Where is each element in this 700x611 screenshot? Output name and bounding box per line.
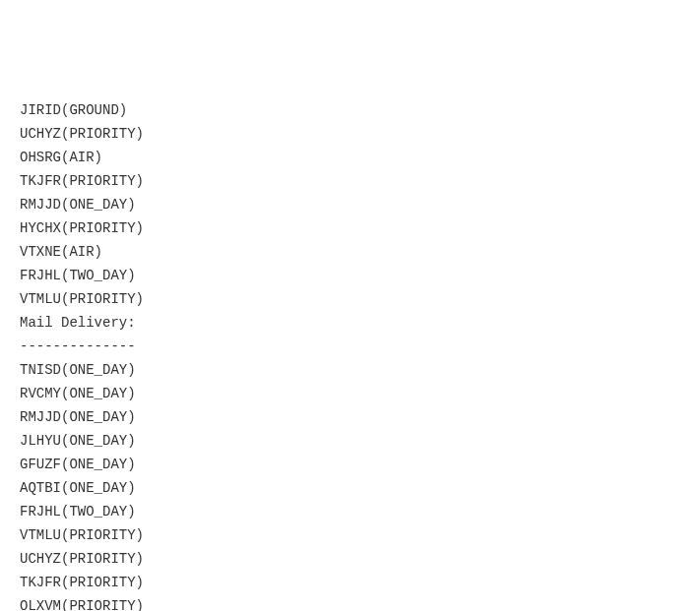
output-line: UCHYZ(PRIORITY) bbox=[20, 547, 700, 571]
output-line: FRJHL(TWO_DAY) bbox=[20, 264, 700, 287]
output-line: OLXVM(PRIORITY) bbox=[20, 594, 700, 611]
output-line: HYCHX(PRIORITY) bbox=[20, 216, 700, 240]
output-line: FRJHL(TWO_DAY) bbox=[20, 500, 700, 523]
output-line: VTMLU(PRIORITY) bbox=[20, 287, 700, 311]
output-line: VTXNE(AIR) bbox=[20, 240, 700, 264]
output-line: JLHYU(ONE_DAY) bbox=[20, 429, 700, 453]
output-line: RMJJD(ONE_DAY) bbox=[20, 405, 700, 429]
output-line: RVCMY(ONE_DAY) bbox=[20, 382, 700, 405]
section-header: Mail Delivery: bbox=[20, 311, 700, 335]
output-line: TKJFR(PRIORITY) bbox=[20, 571, 700, 594]
output-line: AQTBI(ONE_DAY) bbox=[20, 476, 700, 500]
output-line: JIRID(GROUND) bbox=[20, 98, 700, 122]
output-line: TKJFR(PRIORITY) bbox=[20, 169, 700, 193]
output-line: UCHYZ(PRIORITY) bbox=[20, 122, 700, 146]
output-line: OHSRG(AIR) bbox=[20, 146, 700, 169]
output-line: TNISD(ONE_DAY) bbox=[20, 358, 700, 382]
output-line: GFUZF(ONE_DAY) bbox=[20, 453, 700, 476]
section-rule: -------------- bbox=[20, 335, 700, 358]
output-line: RMJJD(ONE_DAY) bbox=[20, 193, 700, 216]
output-line: VTMLU(PRIORITY) bbox=[20, 523, 700, 547]
